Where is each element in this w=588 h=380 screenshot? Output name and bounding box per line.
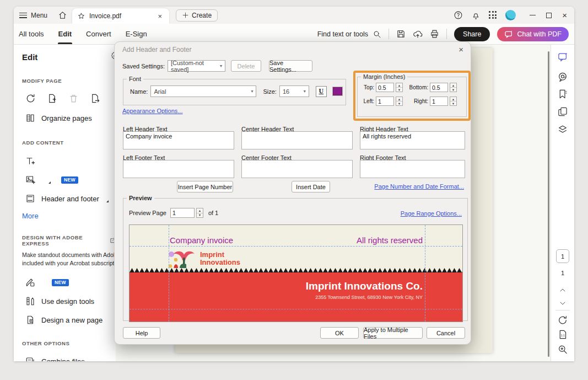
home-icon bbox=[58, 10, 67, 20]
margin-bottom-stepper[interactable]: ▲▼ bbox=[450, 83, 457, 92]
margin-right-input[interactable] bbox=[430, 97, 448, 106]
palm-tree-illustration bbox=[166, 248, 197, 269]
tab-all-tools[interactable]: All tools bbox=[18, 24, 45, 44]
insert-page-icon[interactable] bbox=[47, 93, 57, 104]
font-name-select[interactable]: Arial ▾ bbox=[150, 85, 256, 97]
cloud-upload-icon[interactable] bbox=[413, 29, 423, 39]
next-page-icon[interactable] bbox=[558, 299, 567, 308]
bookmarks-icon[interactable] bbox=[558, 89, 568, 99]
right-header-input[interactable] bbox=[360, 131, 465, 149]
right-footer-input[interactable] bbox=[360, 160, 465, 178]
margin-highlight-callout: Margin (Inches) Top: ▲▼ Bottom: ▲▼ Left:… bbox=[353, 71, 471, 121]
apps-grid-icon[interactable] bbox=[489, 11, 497, 19]
add-image-icon bbox=[25, 175, 35, 185]
sidebar-item-organize-pages[interactable]: Organize pages bbox=[25, 113, 116, 123]
dialog-close-icon[interactable]: × bbox=[458, 45, 463, 54]
help-icon[interactable] bbox=[454, 10, 463, 20]
sidebar-item-use-design-tools[interactable]: Use design tools bbox=[25, 296, 116, 306]
margin-top-stepper[interactable]: ▲▼ bbox=[396, 83, 403, 92]
organize-pages-icon bbox=[25, 113, 35, 123]
page-number-input[interactable]: 1 bbox=[556, 249, 569, 263]
star-icon[interactable] bbox=[77, 12, 85, 20]
margin-left-stepper[interactable]: ▲▼ bbox=[396, 97, 403, 106]
tab-convert[interactable]: Convert bbox=[85, 24, 112, 44]
document-tab[interactable]: Invoice.pdf × bbox=[72, 8, 169, 24]
combine-files-icon bbox=[25, 356, 35, 361]
extract-page-icon[interactable] bbox=[90, 93, 100, 104]
svg-text:1:1: 1:1 bbox=[561, 334, 565, 337]
avatar[interactable] bbox=[505, 10, 516, 20]
layers-icon[interactable] bbox=[558, 124, 568, 135]
margin-left-input[interactable] bbox=[376, 97, 394, 106]
find-tools[interactable]: Find text or tools bbox=[317, 30, 381, 39]
underline-button[interactable]: U bbox=[316, 86, 327, 97]
add-content-label: ADD CONTENT bbox=[22, 140, 116, 146]
share-button[interactable]: Share bbox=[454, 27, 490, 41]
chat-with-pdf-button[interactable]: Chat with PDF bbox=[497, 27, 569, 41]
window-close-icon[interactable]: × bbox=[562, 11, 567, 19]
comments-icon[interactable] bbox=[558, 72, 568, 82]
attachments-icon[interactable] bbox=[558, 106, 568, 117]
express-description: Make standout documents with Adobe E inc… bbox=[22, 251, 116, 267]
delete-settings-button[interactable]: Delete bbox=[231, 60, 261, 72]
hamburger-icon bbox=[19, 13, 27, 18]
appearance-options-link[interactable]: Appearance Options... bbox=[122, 108, 182, 114]
margin-top-input[interactable] bbox=[376, 83, 394, 92]
rotate-page-icon[interactable] bbox=[25, 93, 36, 104]
ai-assistant-icon[interactable] bbox=[558, 52, 568, 62]
rotate-view-icon[interactable] bbox=[558, 315, 568, 325]
margin-legend: Margin (Inches) bbox=[361, 73, 407, 80]
print-icon[interactable] bbox=[430, 29, 439, 39]
page-range-options-link[interactable]: Page Range Options... bbox=[401, 210, 462, 217]
left-header-input[interactable] bbox=[123, 131, 234, 149]
preview-header-right: All rights reserved bbox=[357, 236, 423, 245]
preview-page-input[interactable] bbox=[170, 208, 195, 218]
vertical-scrollbar[interactable] bbox=[548, 51, 549, 357]
tab-close-icon[interactable]: × bbox=[155, 12, 164, 21]
zoom-in-icon[interactable] bbox=[558, 344, 568, 355]
titlebar: Menu Invoice.pdf × Create bbox=[14, 7, 574, 24]
cancel-button[interactable]: Cancel bbox=[427, 327, 465, 339]
actual-size-icon[interactable]: 1:1 bbox=[558, 329, 568, 340]
menu-button[interactable]: Menu bbox=[14, 12, 53, 19]
preview-page-of: of 1 bbox=[208, 210, 218, 216]
delete-page-icon[interactable] bbox=[68, 93, 79, 104]
insert-date-button[interactable]: Insert Date bbox=[292, 181, 330, 192]
sidebar-item-stylize-pdf[interactable]: NEW bbox=[25, 277, 116, 287]
maximize-icon[interactable] bbox=[546, 13, 552, 18]
insert-page-number-button[interactable]: Insert Page Number bbox=[177, 181, 233, 192]
save-icon[interactable] bbox=[396, 29, 406, 39]
divider bbox=[555, 310, 570, 311]
minimize-icon[interactable] bbox=[530, 15, 536, 16]
previous-page-icon[interactable] bbox=[558, 286, 567, 295]
ok-button[interactable]: OK bbox=[320, 327, 359, 339]
left-footer-input[interactable] bbox=[123, 160, 234, 178]
saved-settings-select[interactable]: [Custom-not saved] ▾ bbox=[168, 60, 225, 72]
center-header-input[interactable] bbox=[241, 131, 353, 149]
page-number-date-format-link[interactable]: Page Number and Date Format... bbox=[374, 183, 464, 190]
font-color-swatch[interactable] bbox=[333, 87, 342, 95]
margin-right-stepper[interactable]: ▲▼ bbox=[450, 97, 457, 106]
sidebar-item-image[interactable]: NEW bbox=[25, 175, 116, 185]
save-settings-button[interactable]: Save Settings... bbox=[269, 60, 312, 72]
create-button[interactable]: Create bbox=[176, 9, 218, 22]
preview-page-stepper[interactable]: ▲▼ bbox=[196, 208, 203, 218]
home-button[interactable] bbox=[53, 10, 72, 20]
preview-page-label: Preview Page bbox=[129, 210, 166, 216]
help-button[interactable]: Help bbox=[123, 327, 160, 339]
sidebar-item-design-new-page[interactable]: Design a new page bbox=[25, 315, 116, 325]
sidebar-item-text[interactable] bbox=[25, 156, 116, 166]
bell-icon[interactable] bbox=[471, 10, 481, 20]
sidebar-title: Edit bbox=[22, 52, 116, 62]
more-link[interactable]: More bbox=[22, 212, 116, 220]
sidebar-item-combine-files[interactable]: Combine files bbox=[25, 356, 116, 361]
divider bbox=[389, 29, 389, 39]
sidebar-item-header-footer[interactable]: Header and footer bbox=[25, 194, 116, 204]
center-footer-input[interactable] bbox=[241, 160, 353, 178]
tab-edit[interactable]: Edit bbox=[58, 24, 73, 44]
font-size-select[interactable]: 16 ▾ bbox=[279, 85, 309, 97]
preview-header-left: Company invoice bbox=[170, 236, 233, 245]
margin-bottom-input[interactable] bbox=[430, 83, 448, 92]
add-header-footer-dialog: Add Header and Footer × Saved Settings: … bbox=[114, 41, 471, 345]
apply-to-multiple-files-button[interactable]: Apply to Multiple Files bbox=[363, 327, 423, 339]
